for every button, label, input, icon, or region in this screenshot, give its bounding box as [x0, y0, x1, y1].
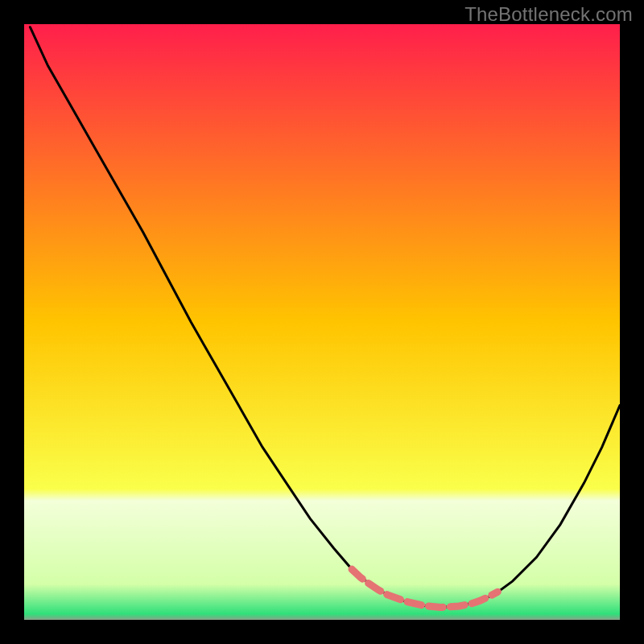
bottleneck-chart	[24, 24, 620, 620]
gradient-background	[24, 24, 620, 620]
watermark-text: TheBottleneck.com	[464, 3, 633, 26]
chart-frame: TheBottleneck.com	[0, 0, 644, 644]
